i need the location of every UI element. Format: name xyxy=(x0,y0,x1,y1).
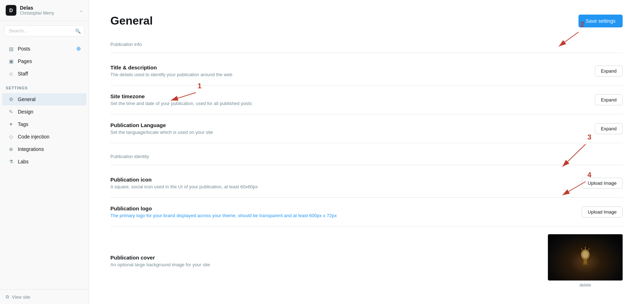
svg-line-13 xyxy=(581,248,582,250)
sidebar-item-general[interactable]: ⚙ General xyxy=(2,93,87,105)
site-timezone-info: Site timezone Set the time and date of y… xyxy=(110,93,595,106)
sidebar-item-tags[interactable]: ✦ Tags xyxy=(2,118,87,130)
publication-icon-desc: A square, social icon used in the UI of … xyxy=(110,184,582,189)
svg-point-15 xyxy=(582,251,588,258)
sidebar-item-label: Code injection xyxy=(18,134,81,140)
search-icon: 🔍 xyxy=(75,28,81,33)
code-icon: ◇ xyxy=(8,133,14,140)
sidebar-item-label: Integrations xyxy=(18,146,81,152)
sidebar: D Delas Christopher Merry ⌄ 🔍 ▤ Posts ⊕ … xyxy=(0,0,89,304)
sidebar-item-label: Labs xyxy=(18,159,81,164)
publication-language-row: Publication Language Set the language/lo… xyxy=(110,114,623,143)
publication-logo-heading: Publication logo xyxy=(110,205,582,211)
publication-language-expand-button[interactable]: Expand xyxy=(595,123,623,134)
publication-logo-row: Publication logo The primary logo for yo… xyxy=(110,198,623,226)
sidebar-item-label: General xyxy=(18,96,81,102)
title-description-info: Title & description The details used to … xyxy=(110,64,595,77)
search-box: 🔍 xyxy=(4,25,84,36)
design-icon: ✎ xyxy=(8,109,14,115)
publication-info-section: Publication info xyxy=(110,42,623,53)
publication-cover-heading: Publication cover xyxy=(110,255,548,261)
sidebar-item-label: Staff xyxy=(18,71,81,77)
pages-icon: ▣ xyxy=(8,58,14,64)
publication-identity-section: Publication identity xyxy=(110,154,623,165)
tag-icon: ✦ xyxy=(8,121,14,127)
page-header: General Save settings xyxy=(110,14,623,27)
sidebar-item-code-injection[interactable]: ◇ Code injection xyxy=(2,131,87,143)
save-settings-button[interactable]: Save settings xyxy=(578,15,623,27)
site-timezone-heading: Site timezone xyxy=(110,93,595,99)
divider xyxy=(110,53,623,53)
bulb-icon xyxy=(578,247,592,268)
sidebar-item-pages[interactable]: ▣ Pages xyxy=(2,55,87,67)
sidebar-item-label: Tags xyxy=(18,121,81,127)
site-timezone-row: Site timezone Set the time and date of y… xyxy=(110,85,623,114)
publication-icon-row: Publication icon A square, social icon u… xyxy=(110,169,623,198)
sidebar-item-label: Pages xyxy=(18,58,81,64)
publication-logo-desc: The primary logo for your brand displaye… xyxy=(110,213,582,218)
title-description-desc: The details used to identify your public… xyxy=(110,72,595,77)
sidebar-item-design[interactable]: ✎ Design xyxy=(2,106,87,118)
cover-image-inner xyxy=(548,234,623,281)
svg-rect-11 xyxy=(583,264,588,265)
staff-icon: ☺ xyxy=(8,70,14,77)
sidebar-item-integrations[interactable]: ⊕ Integrations xyxy=(2,143,87,155)
publication-icon-heading: Publication icon xyxy=(110,177,582,183)
publication-language-desc: Set the language/locale which is used on… xyxy=(110,130,595,135)
publication-identity-label: Publication identity xyxy=(110,154,623,159)
main-nav: ▤ Posts ⊕ ▣ Pages ☺ Staff xyxy=(0,41,89,82)
site-timezone-expand-button[interactable]: Expand xyxy=(595,94,623,105)
title-description-expand-button[interactable]: Expand xyxy=(595,65,623,77)
page-title: General xyxy=(110,14,153,27)
svg-line-14 xyxy=(588,248,590,250)
publication-cover-info: Publication cover An optional large back… xyxy=(110,255,548,267)
settings-nav: ⚙ General ✎ Design ✦ Tags ◇ Code injecti… xyxy=(0,91,89,169)
publication-logo-upload-button[interactable]: Upload Image xyxy=(582,206,623,217)
add-post-button[interactable]: ⊕ xyxy=(76,45,81,52)
publication-language-info: Publication Language Set the language/lo… xyxy=(110,122,595,135)
svg-rect-10 xyxy=(583,259,587,264)
brand-icon: D xyxy=(6,5,16,16)
brand-info: Delas Christopher Merry xyxy=(20,5,54,16)
site-timezone-desc: Set the time and date of your publicatio… xyxy=(110,101,595,106)
sidebar-item-label: Design xyxy=(18,109,81,115)
external-link-icon: ⧉ xyxy=(6,294,9,300)
sidebar-footer: ⧉ View site xyxy=(0,289,89,304)
publication-info-label: Publication info xyxy=(110,42,623,47)
integrations-icon: ⊕ xyxy=(8,146,14,152)
publication-cover-row: Publication cover An optional large back… xyxy=(110,226,623,295)
publication-logo-info: Publication logo The primary logo for yo… xyxy=(110,205,582,218)
posts-icon: ▤ xyxy=(8,46,14,52)
settings-section-label: SETTINGS xyxy=(0,82,89,91)
gear-icon: ⚙ xyxy=(8,96,14,103)
main-content: 1 2 3 4 General Save settings Publicatio… xyxy=(89,0,644,304)
view-site-label: View site xyxy=(12,294,30,300)
labs-icon: ⚗ xyxy=(8,158,14,165)
search-input[interactable] xyxy=(4,25,84,36)
publication-cover-desc: An optional large background image for y… xyxy=(110,262,548,267)
sidebar-item-posts[interactable]: ▤ Posts ⊕ xyxy=(2,42,87,55)
cover-image-wrap: delete xyxy=(548,234,623,288)
sidebar-item-label: Posts xyxy=(18,46,73,52)
brand-name: Delas xyxy=(20,5,54,11)
brand[interactable]: D Delas Christopher Merry xyxy=(6,5,54,16)
publication-icon-info: Publication icon A square, social icon u… xyxy=(110,177,582,189)
sidebar-item-staff[interactable]: ☺ Staff xyxy=(2,68,87,80)
publication-icon-upload-button[interactable]: Upload Image xyxy=(582,178,623,189)
view-site-link[interactable]: ⧉ View site xyxy=(6,294,83,300)
title-description-heading: Title & description xyxy=(110,64,595,70)
brand-user: Christopher Merry xyxy=(20,11,54,16)
sidebar-header: D Delas Christopher Merry ⌄ xyxy=(0,0,89,21)
cover-image xyxy=(548,234,623,281)
publication-language-heading: Publication Language xyxy=(110,122,595,128)
divider-2 xyxy=(110,165,623,165)
chevron-down-icon[interactable]: ⌄ xyxy=(79,8,83,13)
sidebar-item-labs[interactable]: ⚗ Labs xyxy=(2,156,87,168)
cover-delete-button[interactable]: delete xyxy=(580,283,591,288)
title-description-row: Title & description The details used to … xyxy=(110,57,623,85)
